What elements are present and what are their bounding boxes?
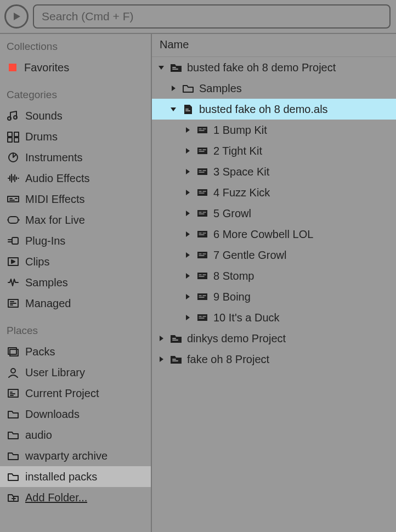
tree-row[interactable]: busted fake oh 8 demo Project [152, 57, 396, 78]
svg-point-0 [8, 117, 11, 120]
tree-label: 10 It's a Duck [213, 312, 280, 324]
category-item[interactable]: Instruments [0, 147, 151, 168]
chevron-right-icon[interactable] [184, 230, 191, 238]
packs-icon [7, 346, 20, 358]
sounds-icon [7, 110, 20, 122]
tree-row[interactable]: 8 Stomp [152, 265, 396, 286]
tree-label: busted fake oh 8 demo.als [199, 103, 328, 116]
category-label: Sounds [25, 110, 63, 122]
category-item[interactable]: MIDI Effects [0, 189, 151, 210]
category-label: Max for Live [25, 214, 85, 227]
category-label: Drums [25, 131, 58, 143]
tree-row[interactable]: 5 Growl [152, 203, 396, 224]
folder-icon [7, 450, 20, 462]
add-folder-icon [7, 491, 20, 503]
place-label: installed packs [25, 471, 97, 483]
folder-icon [7, 408, 20, 420]
category-item[interactable]: Managed [0, 293, 151, 314]
tree-row[interactable]: 3 Space Kit [152, 161, 396, 182]
place-item[interactable]: User Library [0, 362, 151, 383]
chevron-right-icon[interactable] [157, 355, 165, 363]
category-item[interactable]: Max for Live [0, 210, 151, 230]
category-label: Audio Effects [25, 172, 89, 185]
category-item[interactable]: Audio Effects [0, 168, 151, 189]
chevron-right-icon[interactable] [184, 251, 191, 259]
svg-rect-23 [197, 273, 207, 279]
preset-icon [196, 145, 209, 157]
play-button[interactable] [4, 4, 29, 29]
tree-label: Samples [199, 82, 242, 95]
chevron-right-icon[interactable] [169, 84, 177, 92]
tree-label: 3 Space Kit [213, 166, 269, 178]
svg-rect-18 [197, 168, 207, 175]
instruments-icon [7, 151, 20, 163]
chevron-right-icon[interactable] [157, 335, 165, 342]
tree-row[interactable]: 4 Fuzz Kick [152, 182, 396, 203]
category-item[interactable]: Clips [0, 251, 151, 272]
managed-icon [7, 297, 20, 309]
tree-row[interactable]: 7 Gentle Growl [152, 245, 396, 265]
midi-effects-icon [7, 193, 20, 205]
chevron-right-icon[interactable] [184, 272, 191, 280]
folder-plain-icon [182, 82, 195, 94]
chevron-right-icon[interactable] [184, 168, 191, 176]
current-project-icon [7, 387, 20, 399]
tree-row[interactable]: Samples [152, 78, 396, 99]
folder-icon [7, 471, 20, 483]
chevron-right-icon[interactable] [184, 210, 191, 217]
tree-row[interactable]: 1 Bump Kit [152, 120, 396, 140]
chevron-down-icon[interactable] [157, 64, 165, 71]
tree-label: 5 Growl [213, 207, 251, 220]
preset-icon [196, 312, 209, 324]
tree-row[interactable]: 2 Tight Kit [152, 140, 396, 161]
chevron-right-icon[interactable] [184, 189, 191, 196]
svg-rect-2 [8, 132, 12, 137]
categories-header: Categories [0, 86, 151, 105]
chevron-right-icon[interactable] [184, 293, 191, 301]
place-item[interactable]: Current Project [0, 383, 151, 404]
place-item[interactable]: Packs [0, 341, 151, 362]
places-header: Places [0, 321, 151, 341]
tree-row[interactable]: busted fake oh 8 demo.als [152, 99, 396, 120]
tree-row[interactable]: 10 It's a Duck [152, 307, 396, 328]
category-item[interactable]: Sounds [0, 105, 151, 126]
category-item[interactable]: Drums [0, 126, 151, 147]
svg-rect-25 [197, 314, 207, 321]
chevron-right-icon[interactable] [184, 147, 191, 155]
chevron-down-icon[interactable] [169, 105, 177, 113]
collections-favorites[interactable]: Favorites [0, 57, 151, 78]
place-label: Packs [25, 346, 55, 358]
als-file-icon [182, 103, 195, 115]
category-item[interactable]: Samples [0, 272, 151, 293]
app-root: Collections Favorites Categories SoundsD… [0, 0, 396, 532]
tree-row[interactable]: 9 Boing [152, 286, 396, 307]
category-item[interactable]: Plug-Ins [0, 230, 151, 251]
preset-icon [196, 166, 209, 178]
svg-rect-16 [197, 127, 207, 133]
place-item[interactable]: Downloads [0, 404, 151, 425]
tree-row[interactable]: dinkys demo Project [152, 328, 396, 349]
chevron-right-icon[interactable] [184, 126, 191, 134]
search-input[interactable] [33, 4, 391, 29]
svg-rect-21 [197, 231, 207, 237]
tree-row[interactable]: 6 More Cowbell LOL [152, 224, 396, 245]
content-pane: Name busted fake oh 8 demo ProjectSample… [152, 34, 396, 532]
topbar [0, 0, 396, 34]
preset-icon [196, 228, 209, 240]
tree-label: fake oh 8 Project [187, 353, 269, 366]
tree-label: 2 Tight Kit [213, 145, 262, 157]
content-header-name[interactable]: Name [152, 34, 396, 57]
main: Collections Favorites Categories SoundsD… [0, 34, 396, 532]
svg-rect-20 [197, 210, 207, 217]
chevron-right-icon[interactable] [184, 314, 191, 321]
category-label: Instruments [25, 151, 82, 164]
svg-rect-22 [197, 252, 207, 258]
clips-icon [7, 256, 20, 268]
add-folder-button[interactable]: Add Folder... [0, 487, 151, 508]
preset-icon [196, 270, 209, 282]
tree-label: 7 Gentle Growl [213, 249, 286, 262]
place-item[interactable]: audio [0, 425, 151, 445]
place-item[interactable]: installed packs [0, 466, 151, 487]
tree-row[interactable]: fake oh 8 Project [152, 349, 396, 370]
place-item[interactable]: wavparty archive [0, 445, 151, 466]
